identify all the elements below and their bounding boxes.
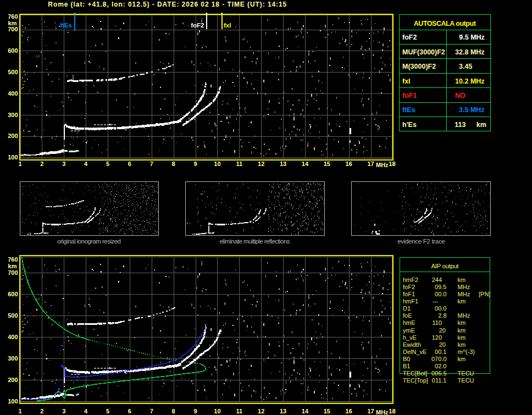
svg-text:TECU: TECU: [458, 370, 474, 377]
svg-text:5: 5: [106, 408, 109, 414]
svg-text:10: 10: [214, 161, 220, 167]
svg-text:km: km: [458, 319, 466, 326]
svg-text:MHz: MHz: [376, 162, 389, 168]
svg-text:113: 113: [455, 121, 465, 129]
svg-text:10.2 MHz: 10.2 MHz: [455, 78, 485, 85]
svg-text:12: 12: [258, 161, 264, 167]
svg-text:02.0: 02.0: [435, 363, 446, 369]
svg-text:10: 10: [214, 408, 220, 414]
svg-text:8: 8: [172, 408, 175, 414]
svg-text:3: 3: [62, 161, 65, 167]
svg-text:244: 244: [432, 276, 442, 283]
svg-text:300: 300: [8, 112, 18, 118]
svg-text:200: 200: [8, 377, 18, 383]
svg-text:100: 100: [8, 398, 18, 405]
svg-text:hmF1: hmF1: [403, 298, 418, 305]
svg-text:km: km: [458, 356, 466, 362]
svg-text:hmF2: hmF2: [403, 276, 418, 283]
svg-text:7: 7: [150, 408, 153, 414]
svg-text:12: 12: [258, 408, 264, 414]
svg-text:16: 16: [346, 161, 352, 167]
svg-text:4: 4: [84, 408, 88, 414]
svg-text:D1: D1: [403, 305, 411, 312]
svg-text:Rome (lat: +41.8, lon: 012.5): Rome (lat: +41.8, lon: 012.5) - DATE: 20…: [48, 1, 286, 8]
svg-text:fxI: fxI: [224, 22, 231, 29]
svg-text:MHz: MHz: [458, 284, 470, 290]
svg-text:600: 600: [8, 47, 18, 54]
svg-text:MHz: MHz: [458, 312, 470, 319]
svg-text:Ewidth: Ewidth: [403, 341, 421, 348]
svg-text:3: 3: [62, 408, 65, 414]
svg-text:DelN_vE: DelN_vE: [403, 348, 426, 355]
svg-text:foE: foE: [403, 312, 412, 319]
svg-text:13: 13: [280, 161, 286, 167]
svg-text:400: 400: [8, 334, 18, 340]
svg-text:011.1: 011.1: [432, 377, 447, 384]
svg-text:km: km: [458, 276, 466, 283]
svg-text:fxI: fxI: [402, 78, 411, 85]
svg-text:eliminate multiple reflections: eliminate multiple reflections: [220, 238, 290, 245]
svg-text:original ionogram resized: original ionogram resized: [57, 238, 121, 245]
svg-text:120: 120: [432, 334, 442, 341]
svg-text:500: 500: [8, 69, 18, 75]
svg-text:700: 700: [8, 269, 18, 276]
svg-text:14: 14: [302, 408, 309, 414]
svg-text:3.45: 3.45: [459, 63, 472, 70]
svg-text:MHz: MHz: [458, 291, 470, 297]
svg-text:MHz: MHz: [376, 409, 389, 415]
svg-text:760: 760: [8, 13, 18, 20]
svg-text:TECU: TECU: [458, 377, 474, 384]
svg-text:foF2: foF2: [403, 284, 415, 290]
svg-text:20: 20: [439, 327, 446, 334]
svg-text:4: 4: [84, 161, 88, 167]
svg-text:14: 14: [302, 161, 309, 167]
svg-text:00.0: 00.0: [435, 291, 446, 297]
svg-text:foF1: foF1: [403, 291, 415, 297]
svg-text:15: 15: [324, 408, 330, 414]
svg-text:foF2: foF2: [191, 22, 204, 29]
svg-text:3.5 MHz: 3.5 MHz: [459, 106, 485, 114]
svg-text:2: 2: [40, 161, 43, 167]
svg-text:km: km: [458, 334, 466, 341]
svg-text:ftEs: ftEs: [60, 22, 72, 29]
svg-text:km: km: [458, 341, 466, 348]
svg-text:km: km: [476, 121, 486, 129]
svg-text:006.5: 006.5: [431, 370, 447, 377]
svg-text:110: 110: [432, 319, 442, 326]
svg-text:400: 400: [8, 90, 18, 97]
svg-text:---: ---: [433, 298, 439, 305]
svg-text:foF2: foF2: [402, 34, 417, 41]
svg-text:h_vE: h_vE: [403, 334, 417, 341]
svg-text:2.8: 2.8: [438, 312, 446, 319]
svg-text:100: 100: [8, 154, 18, 161]
svg-text:00.0: 00.0: [435, 305, 446, 312]
svg-text:foF1: foF1: [402, 92, 417, 99]
svg-text:17: 17: [367, 161, 374, 167]
svg-text:1: 1: [18, 408, 21, 414]
svg-text:18: 18: [389, 408, 395, 414]
svg-text:18: 18: [389, 161, 395, 167]
svg-text:070.0: 070.0: [431, 356, 447, 362]
svg-text:evidence F2 trace: evidence F2 trace: [397, 238, 445, 245]
svg-text:9: 9: [193, 408, 197, 414]
svg-text:32.8 MHz: 32.8 MHz: [455, 48, 485, 56]
svg-text:6: 6: [128, 161, 131, 167]
svg-text:5: 5: [106, 161, 109, 167]
svg-text:1: 1: [18, 161, 21, 167]
svg-text:09.5: 09.5: [435, 284, 446, 290]
svg-text:9: 9: [193, 161, 197, 167]
svg-text:[PN]: [PN]: [479, 291, 490, 297]
svg-text:9.5 MHz: 9.5 MHz: [459, 34, 485, 41]
svg-text:MUF(3000)F2: MUF(3000)F2: [402, 48, 445, 56]
svg-text:200: 200: [8, 132, 18, 139]
svg-text:00.1: 00.1: [435, 348, 446, 355]
svg-text:300: 300: [8, 355, 18, 362]
svg-text:600: 600: [8, 291, 18, 297]
svg-text:km: km: [8, 263, 17, 269]
svg-text:M(3000)F2: M(3000)F2: [402, 63, 436, 70]
svg-text:km: km: [458, 298, 466, 305]
svg-text:13: 13: [280, 408, 286, 414]
svg-text:ftEs: ftEs: [402, 106, 415, 114]
svg-text:ymE: ymE: [403, 327, 415, 334]
svg-text:16: 16: [346, 408, 352, 414]
